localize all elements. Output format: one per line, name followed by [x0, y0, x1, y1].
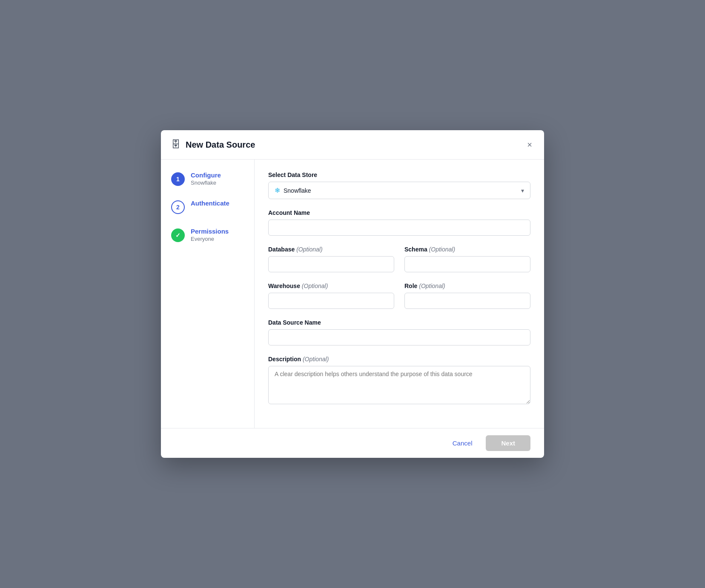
step-1-circle: 1: [171, 172, 185, 186]
schema-group: Schema (Optional): [404, 246, 530, 272]
warehouse-group: Warehouse (Optional): [268, 283, 394, 309]
new-data-source-modal: 🗄 New Data Source × 1 Configure Snowflak…: [161, 130, 544, 458]
modal-body: 1 Configure Snowflake 2 Authenticate: [161, 160, 544, 428]
account-name-input[interactable]: [268, 220, 530, 236]
step-1-text: Configure Snowflake: [191, 171, 221, 186]
role-input[interactable]: [404, 293, 530, 309]
next-button[interactable]: Next: [486, 435, 530, 451]
cancel-button[interactable]: Cancel: [446, 436, 479, 450]
account-name-group: Account Name: [268, 209, 530, 236]
step-3-circle: ✓: [171, 228, 185, 242]
database-icon: 🗄: [171, 139, 181, 150]
data-source-name-label: Data Source Name: [268, 319, 530, 326]
step-3-label: Permissions: [191, 228, 229, 235]
snowflake-icon: ❄: [275, 186, 280, 194]
database-label: Database (Optional): [268, 246, 394, 253]
data-source-name-group: Data Source Name: [268, 319, 530, 345]
description-label: Description (Optional): [268, 356, 530, 363]
warehouse-input[interactable]: [268, 293, 394, 309]
step-1-label: Configure: [191, 171, 221, 179]
step-1-sublabel: Snowflake: [191, 180, 221, 186]
select-data-store-group: Select Data Store ❄ Snowflake ▾: [268, 171, 530, 199]
role-label: Role (Optional): [404, 283, 530, 289]
chevron-down-icon: ▾: [521, 187, 524, 194]
database-group: Database (Optional): [268, 246, 394, 272]
data-store-select[interactable]: ❄ Snowflake ▾: [268, 182, 530, 199]
step-2-text: Authenticate: [191, 200, 229, 207]
schema-input[interactable]: [404, 256, 530, 272]
step-3-text: Permissions Everyone: [191, 228, 229, 242]
database-input[interactable]: [268, 256, 394, 272]
select-display-left: ❄ Snowflake: [275, 186, 311, 194]
role-group: Role (Optional): [404, 283, 530, 309]
description-group: Description (Optional): [268, 356, 530, 406]
description-textarea[interactable]: [268, 366, 530, 404]
modal-footer: Cancel Next: [161, 428, 544, 458]
close-button[interactable]: ×: [525, 139, 534, 151]
steps-sidebar: 1 Configure Snowflake 2 Authenticate: [161, 160, 255, 428]
modal-header: 🗄 New Data Source ×: [161, 130, 544, 160]
step-3-permissions[interactable]: ✓ Permissions Everyone: [161, 228, 254, 242]
step-1-configure[interactable]: 1 Configure Snowflake: [161, 171, 254, 186]
form-content: Select Data Store ❄ Snowflake ▾ Account …: [255, 160, 544, 428]
data-source-name-input[interactable]: [268, 329, 530, 345]
account-name-label: Account Name: [268, 209, 530, 216]
selected-store-text: Snowflake: [284, 187, 311, 194]
select-data-store-label: Select Data Store: [268, 171, 530, 178]
step-2-label: Authenticate: [191, 200, 229, 207]
warehouse-role-row: Warehouse (Optional) Role (Optional): [268, 283, 530, 319]
step-2-authenticate[interactable]: 2 Authenticate: [161, 200, 254, 214]
step-3-sublabel: Everyone: [191, 236, 229, 242]
modal-title: New Data Source: [186, 140, 520, 150]
schema-label: Schema (Optional): [404, 246, 530, 253]
warehouse-label: Warehouse (Optional): [268, 283, 394, 289]
database-schema-row: Database (Optional) Schema (Optional): [268, 246, 530, 283]
step-2-circle: 2: [171, 200, 185, 214]
